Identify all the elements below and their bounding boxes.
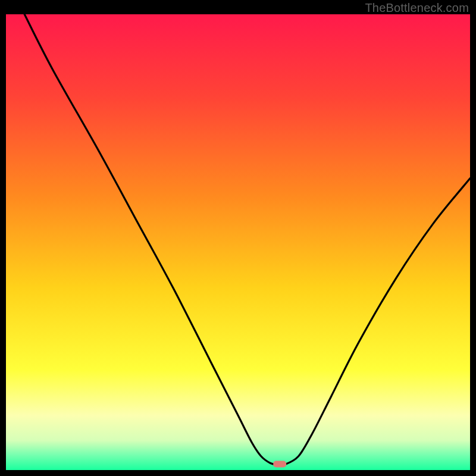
chart-background [6, 14, 470, 470]
bottleneck-chart [6, 14, 470, 470]
chart-frame [6, 14, 470, 470]
watermark-text: TheBottleneck.com [365, 1, 469, 15]
minimum-marker [273, 461, 286, 468]
